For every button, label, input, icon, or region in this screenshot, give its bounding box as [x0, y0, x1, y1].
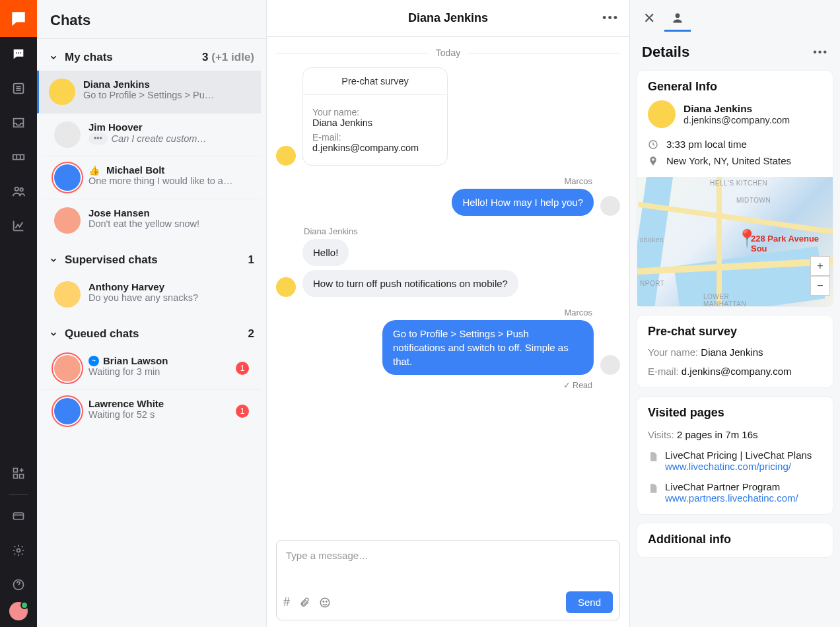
chat-item-preview: One more thing I would like to a…	[88, 176, 249, 186]
chat-item-jose[interactable]: Jose Hansen Don't eat the yellow snow!	[42, 199, 261, 242]
page-icon	[648, 481, 658, 504]
chat-item-anthony[interactable]: Anthony Harvey Do you have any snacks?	[42, 273, 261, 315]
prechat-survey-card: Pre-chat survey Your name: Diana Jenkins…	[302, 67, 448, 166]
nav-reports-icon[interactable]	[0, 209, 37, 243]
hashtag-icon[interactable]: #	[283, 595, 290, 609]
card-title: General Info	[637, 71, 833, 100]
nav-rail	[0, 0, 37, 627]
nav-billing-icon[interactable]	[0, 499, 37, 533]
chat-item-preview: Waiting for 3 min	[88, 366, 228, 377]
page-icon	[648, 449, 658, 472]
close-icon[interactable]: ✕	[639, 6, 659, 31]
clock-icon	[648, 139, 660, 150]
survey-name-label: Your name:	[312, 107, 438, 117]
section-queued[interactable]: Queued chats 2	[37, 315, 266, 347]
card-title: Additional info	[637, 523, 833, 557]
nav-profile-avatar[interactable]	[9, 602, 28, 620]
chat-item-brian[interactable]: ~Brian Lawson Waiting for 3 min 1	[42, 347, 261, 390]
section-idle: (+1 idle)	[211, 51, 254, 63]
map-pin-label: 228 Park Avenue Sou	[751, 234, 833, 253]
messenger-icon: ~	[88, 356, 99, 366]
more-icon[interactable]: •••	[602, 11, 619, 25]
conversation-panel: Diana Jenkins ••• Today Pre-chat survey …	[267, 0, 630, 627]
nav-tickets-icon[interactable]	[0, 140, 37, 174]
more-icon[interactable]: •••	[813, 46, 828, 58]
chat-item-diana[interactable]: Diana Jenkins Go to Profile > Settings >…	[37, 71, 261, 114]
message-sender: Marcos	[276, 176, 592, 186]
avatar	[54, 207, 81, 234]
svg-rect-6	[14, 469, 18, 473]
svg-point-1	[18, 52, 19, 53]
section-label: Supervised chats	[65, 253, 158, 267]
svg-rect-9	[14, 513, 24, 519]
visited-page[interactable]: LiveChat Pricing | LiveChat Planswww.liv…	[637, 447, 833, 478]
thumbs-up-icon: 👍	[88, 165, 100, 176]
message-agent: Hello! How may I help you?	[452, 189, 594, 216]
chat-item-michael[interactable]: 👍Michael Bolt One more thing I would lik…	[42, 156, 261, 199]
emoji-icon[interactable]	[319, 597, 331, 609]
chat-item-name: Diana Jenkins	[83, 79, 249, 90]
chat-item-preview: Do you have any snacks?	[88, 292, 249, 303]
svg-point-2	[20, 52, 21, 53]
svg-point-10	[17, 549, 20, 552]
svg-point-14	[326, 601, 328, 602]
pin-icon	[648, 156, 660, 166]
page-url: www.partners.livechatinc.com/	[665, 492, 798, 504]
general-info-card: General Info Diana Jenkins d.jenkins@com…	[637, 70, 833, 307]
survey-email-label: E-mail:	[312, 132, 438, 143]
section-count: 2	[248, 327, 254, 341]
section-supervised[interactable]: Supervised chats 1	[37, 242, 266, 273]
survey-email-value: d.jenkins@company.com	[682, 366, 792, 377]
nav-list-icon[interactable]	[0, 71, 37, 106]
visits-value: 2 pages in 7m 16s	[677, 429, 758, 440]
chat-item-name: Anthony Harvey	[88, 281, 249, 292]
page-title: LiveChat Pricing | LiveChat Plans	[665, 449, 812, 461]
chevron-down-icon	[49, 329, 58, 339]
conversation-title: Diana Jenkins	[408, 11, 488, 25]
avatar	[54, 398, 81, 424]
message-composer: Type a message… # Send	[276, 540, 620, 620]
tab-customer[interactable]	[664, 6, 691, 32]
visited-page[interactable]: LiveChat Partner Programwww.partners.liv…	[637, 478, 833, 514]
survey-email-value: d.jenkins@company.com	[312, 143, 438, 153]
chat-item-name: Brian Lawson	[103, 355, 168, 366]
avatar	[276, 277, 296, 297]
chat-item-name: Jose Hansen	[88, 207, 249, 218]
survey-name-value: Diana Jenkins	[312, 117, 438, 128]
section-label: Queued chats	[65, 327, 139, 341]
chat-list-sidebar: Chats My chats 3 (+1 idle) Diana Jenkins…	[37, 0, 267, 627]
nav-help-icon[interactable]	[0, 568, 37, 602]
date-separator: Today	[276, 48, 620, 58]
avatar	[648, 100, 676, 128]
nav-people-icon[interactable]	[0, 174, 37, 209]
zoom-in-button[interactable]: +	[810, 256, 830, 276]
app-logo[interactable]	[0, 0, 37, 37]
chat-item-name: Jim Hoover	[88, 121, 249, 133]
chat-item-preview: Waiting for 52 s	[88, 409, 228, 420]
survey-name-label: Your name:	[648, 346, 698, 358]
chevron-down-icon	[49, 53, 58, 62]
unread-badge: 1	[236, 362, 249, 375]
chat-item-jim[interactable]: Jim Hoover •••Can I create custom…	[42, 114, 261, 156]
message-input[interactable]: Type a message…	[277, 541, 619, 587]
nav-chats-icon[interactable]	[0, 37, 37, 71]
typing-indicator-icon: •••	[88, 133, 108, 145]
chat-item-preview: Go to Profile > Settings > Pu…	[83, 90, 249, 100]
zoom-out-button[interactable]: −	[810, 276, 830, 296]
local-time: 3:33 pm local time	[666, 139, 747, 150]
message-sender: Marcos	[276, 308, 592, 317]
nav-apps-icon[interactable]	[0, 456, 37, 490]
chat-item-name: Michael Bolt	[106, 164, 164, 176]
section-my-chats[interactable]: My chats 3 (+1 idle)	[37, 39, 266, 71]
avatar	[54, 121, 81, 148]
nav-settings-icon[interactable]	[0, 533, 37, 568]
location-map[interactable]: HELL'S KITCHEN MIDTOWN oboken NPORT LOWE…	[637, 177, 833, 306]
message-visitor: Hello!	[302, 239, 349, 266]
details-title: Details	[642, 44, 689, 61]
attachment-icon[interactable]	[299, 597, 310, 608]
nav-inbox-icon[interactable]	[0, 106, 37, 140]
send-button[interactable]: Send	[566, 591, 613, 613]
read-receipt: ✓ Read	[276, 380, 592, 390]
chat-item-lawrence[interactable]: Lawrence White Waiting for 52 s 1	[42, 390, 261, 432]
visits-label: Visits:	[648, 429, 674, 440]
